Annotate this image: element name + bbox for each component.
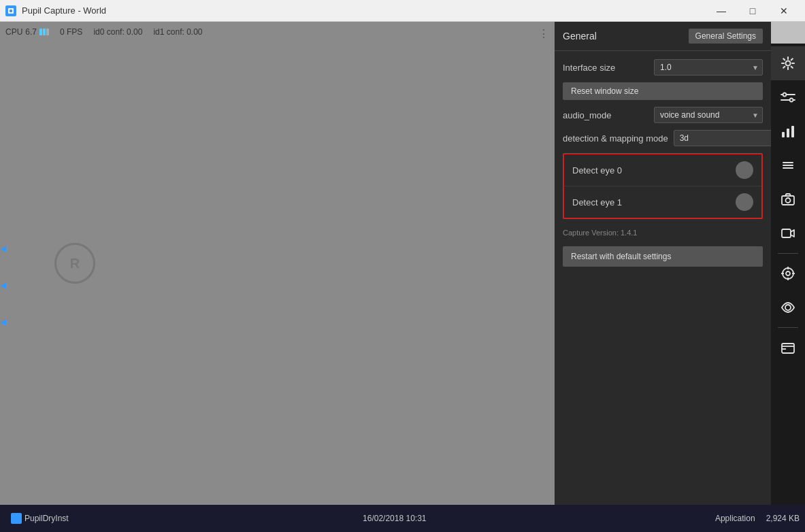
left-edge-arrows: ◀ ◀ ◀ [0,44,14,527]
settings-panel: General General Settings Interface size … [555,22,771,505]
detect-eye-1-toggle[interactable] [736,193,753,211]
audio-mode-select-wrapper: voice and sound silent beep ▼ [654,107,763,123]
svg-point-17 [786,198,791,203]
gear-settings-icon-button[interactable] [771,46,805,80]
settings-section-title: General [563,31,597,41]
svg-point-20 [786,271,790,276]
eyeview-icon-button[interactable] [771,290,805,325]
restart-default-settings-button[interactable]: Restart with default settings [563,246,763,267]
svg-point-19 [783,268,793,279]
fps-stat: 0 FPS [60,27,82,37]
sidebar-divider-1 [778,253,798,254]
sliders-icon-button[interactable] [771,80,805,114]
taskbar-app-type: Application [715,514,755,523]
title-bar: Pupil Capture - World — □ ✕ [0,0,805,22]
id1-stat: id1 conf: 0.00 [153,27,202,37]
icon-sidebar [771,44,805,527]
svg-rect-11 [787,129,789,137]
main-area: ⋮ CPU 6.7 0 FPS id0 conf: 0.00 id1 conf:… [0,22,805,505]
cpu-label: CPU [5,27,22,37]
arrow-low-icon: ◀ [0,317,14,327]
interface-size-select-wrapper: 1.0 1.5 2.0 ▼ [654,59,763,76]
taskbar-right: Application 2,924 KB [715,514,800,523]
cast-icon-button[interactable] [771,331,805,365]
cpu-value: 6.7 [25,27,37,37]
menu-dots-icon[interactable]: ⋮ [538,27,549,40]
svg-point-25 [785,305,791,310]
window-title: Pupil Capture - World [22,5,106,16]
detect-eye-0-row: Detect eye 0 [564,154,761,186]
title-bar-left: Pupil Capture - World [5,5,106,16]
title-bar-controls: — □ ✕ [706,0,800,22]
detect-eye-1-label: Detect eye 1 [572,197,622,207]
registration-mark: R [54,243,95,284]
list-icon-button[interactable] [771,148,805,182]
taskbar-app-label: PupilDryInst [24,514,69,523]
cpu-bar-seg2 [43,29,46,35]
camera-icon-button[interactable] [771,182,805,216]
id1-value: id1 conf: 0.00 [153,27,202,37]
taskbar-app-icon [11,513,22,524]
taskbar-datetime: 16/02/2018 10:31 [363,514,426,523]
record-icon-button[interactable] [771,216,805,250]
app-icon [5,5,16,16]
close-button[interactable]: ✕ [768,0,800,22]
maximize-button[interactable]: □ [737,0,768,22]
eye-detection-box: Detect eye 0 Detect eye 1 [563,153,763,219]
detect-eye-0-label: Detect eye 0 [572,165,622,176]
settings-content: Interface size 1.0 1.5 2.0 ▼ Reset windo… [555,51,771,275]
svg-rect-16 [782,196,794,205]
cpu-stat: CPU 6.7 [5,27,49,37]
cpu-bar [39,29,49,35]
minimize-button[interactable]: — [706,0,737,22]
detect-eye-0-toggle[interactable] [736,161,753,179]
audio-mode-label: audio_mode [563,110,612,120]
arrow-up-icon: ◀ [0,244,14,253]
detection-mode-row: detection & mapping mode 3d 2d ▼ [563,130,763,146]
target-icon-button[interactable] [771,256,805,290]
svg-rect-10 [782,132,785,137]
id0-value: id0 conf: 0.00 [93,27,142,37]
taskbar-app-item[interactable]: PupilDryInst [5,510,74,527]
taskbar-center: 16/02/2018 10:31 [80,514,710,523]
chart-icon-button[interactable] [771,114,805,148]
audio-mode-row: audio_mode voice and sound silent beep ▼ [563,107,763,123]
interface-size-label: Interface size [563,63,615,73]
cpu-bar-seg3 [46,29,49,35]
svg-rect-2 [10,10,12,12]
camera-view: ⋮ CPU 6.7 0 FPS id0 conf: 0.00 id1 conf:… [0,22,555,505]
interface-size-row: Interface size 1.0 1.5 2.0 ▼ [563,59,763,76]
detect-eye-1-row: Detect eye 1 [564,186,761,218]
camera-stats-bar: CPU 6.7 0 FPS id0 conf: 0.00 id1 conf: 0… [5,27,203,37]
reset-window-size-button[interactable]: Reset window size [563,82,763,100]
svg-point-3 [786,61,791,66]
detection-mode-label: detection & mapping mode [563,133,668,144]
arrow-mid-icon: ◀ [0,280,14,290]
detection-mode-select-wrapper: 3d 2d ▼ [674,130,783,146]
version-text: Capture Version: 1.4.1 [563,226,763,239]
audio-mode-select[interactable]: voice and sound silent beep [654,107,763,123]
fps-value: 0 FPS [60,27,82,37]
cpu-bar-seg1 [39,29,42,35]
taskbar-file-size: 2,924 KB [766,514,800,523]
svg-rect-26 [782,344,794,353]
svg-rect-18 [782,229,791,237]
id0-stat: id0 conf: 0.00 [93,27,142,37]
interface-size-select[interactable]: 1.0 1.5 2.0 [654,59,763,76]
sidebar-divider-2 [778,327,798,328]
detection-mode-select[interactable]: 3d 2d [674,130,783,146]
general-settings-button[interactable]: General Settings [689,29,763,44]
taskbar: PupilDryInst 16/02/2018 10:31 Applicatio… [0,505,805,532]
svg-rect-12 [791,126,794,137]
settings-header: General General Settings [555,22,771,51]
